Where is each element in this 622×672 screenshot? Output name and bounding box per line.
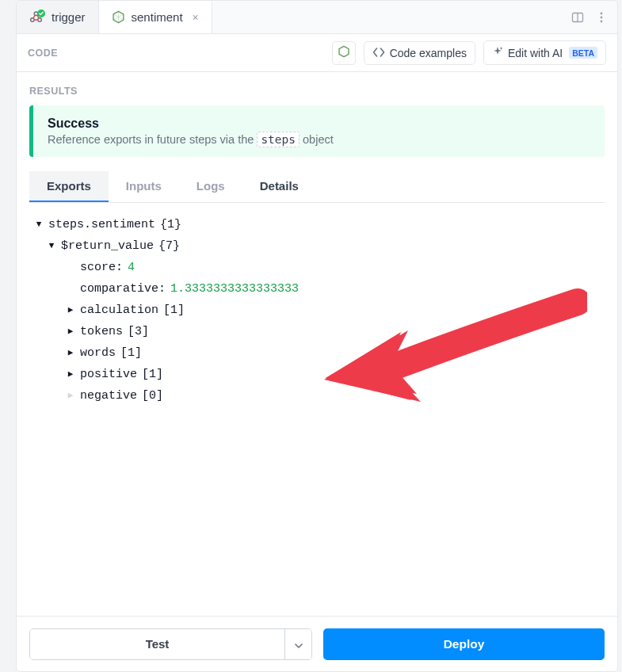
code-examples-label: Code examples — [390, 47, 467, 59]
caret-right-icon: ▶ — [66, 364, 75, 385]
tree-node-calculation[interactable]: ▶ calculation [1] — [34, 300, 605, 321]
edit-with-ai-label: Edit with AI — [508, 47, 563, 59]
svg-point-1 — [31, 18, 35, 22]
close-icon[interactable]: × — [193, 11, 199, 24]
tree-node-negative[interactable]: ▶ negative [0] — [34, 385, 605, 407]
tab-bar: trigger sentiment × — [17, 1, 617, 34]
results-body: Success Reference exports in future step… — [17, 105, 617, 407]
results-header: RESULTS — [17, 72, 617, 105]
tab-inputs[interactable]: Inputs — [109, 171, 179, 202]
tab-sentiment-label: sentiment — [132, 10, 183, 24]
success-description: Reference exports in future steps via th… — [48, 133, 334, 146]
caret-right-icon: ▶ — [66, 321, 75, 342]
success-banner: Success Reference exports in future step… — [29, 105, 605, 157]
footer-bar: Test Deploy — [17, 616, 617, 671]
sparkle-icon — [492, 46, 503, 59]
svg-point-8 — [601, 20, 603, 22]
tree-leaf-score[interactable]: score: 4 — [34, 257, 605, 278]
tab-exports[interactable]: Exports — [29, 171, 109, 202]
caret-right-icon: ▶ — [66, 342, 75, 364]
code-examples-button[interactable]: Code examples — [364, 41, 475, 65]
split-pane-icon[interactable] — [570, 10, 586, 25]
caret-down-icon: ▼ — [34, 214, 44, 235]
results-tab-bar: Exports Inputs Logs Details — [29, 171, 605, 203]
success-desc-suffix: object — [300, 133, 334, 146]
tree-return-value[interactable]: ▼ $return_value {7} — [34, 235, 605, 257]
test-button-group: Test — [29, 628, 312, 660]
tree-leaf-comparative[interactable]: comparative: 1.3333333333333333 — [34, 278, 605, 300]
svg-point-2 — [38, 18, 42, 22]
caret-placeholder — [66, 278, 75, 300]
success-desc-prefix: Reference exports in future steps via th… — [48, 133, 257, 146]
caret-right-icon: ▶ — [66, 385, 75, 407]
caret-right-icon: ▶ — [66, 300, 75, 321]
caret-down-icon: ▼ — [47, 235, 56, 257]
svg-point-6 — [601, 12, 603, 14]
success-title: Success — [48, 116, 334, 131]
edit-with-ai-button[interactable]: Edit with AI BETA — [483, 40, 606, 65]
tree-node-words[interactable]: ▶ words [1] — [34, 342, 605, 364]
tree-value: 4 — [128, 257, 135, 278]
caret-placeholder — [66, 257, 75, 278]
chevron-down-icon — [295, 637, 303, 651]
tab-sentiment[interactable]: sentiment × — [99, 1, 212, 33]
webhook-icon — [29, 10, 45, 24]
tab-trigger-label: trigger — [52, 10, 86, 24]
tree-node-tokens[interactable]: ▶ tokens [3] — [34, 321, 605, 342]
beta-badge: BETA — [569, 47, 597, 59]
code-header-actions: Code examples Edit with AI BETA — [332, 40, 606, 65]
test-button[interactable]: Test — [30, 629, 284, 659]
results-section-label: RESULTS — [29, 86, 78, 97]
tab-trigger[interactable]: trigger — [17, 1, 99, 33]
code-section-label: CODE — [28, 48, 58, 59]
language-button[interactable] — [332, 41, 356, 65]
tree-value: 1.3333333333333333 — [170, 278, 299, 300]
svg-point-7 — [601, 16, 603, 18]
nodejs-icon — [338, 45, 350, 61]
more-icon[interactable] — [593, 10, 609, 25]
tree-root[interactable]: ▼ steps.sentiment {1} — [34, 214, 605, 235]
nodejs-icon — [112, 10, 125, 24]
test-dropdown-caret[interactable] — [284, 629, 311, 659]
code-header: CODE Code examples Edit with AI BETA — [17, 34, 617, 72]
tab-bar-actions — [570, 1, 617, 33]
exports-tree: ▼ steps.sentiment {1} ▼ $return_value {7… — [29, 214, 605, 407]
tab-details[interactable]: Details — [242, 171, 316, 202]
tab-logs[interactable]: Logs — [179, 171, 242, 202]
code-icon — [372, 47, 385, 59]
deploy-button[interactable]: Deploy — [323, 628, 605, 660]
editor-panel: trigger sentiment × CODE — [16, 0, 618, 672]
tree-node-positive[interactable]: ▶ positive [1] — [34, 364, 605, 385]
steps-code-token: steps — [257, 132, 300, 147]
